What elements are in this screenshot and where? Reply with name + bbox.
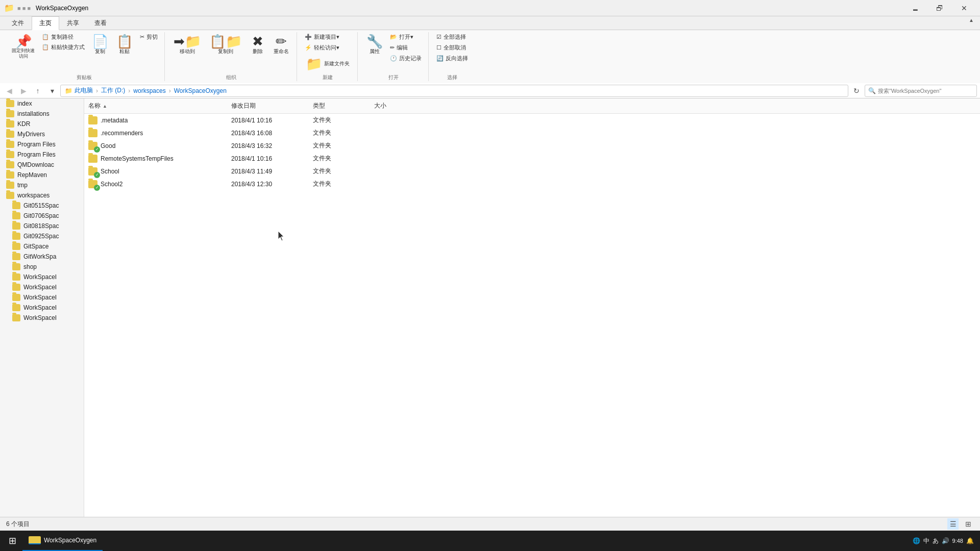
breadcrumb-drive[interactable]: 工作 (D:) — [101, 86, 125, 95]
folder-icon — [12, 202, 20, 209]
cut-icon: ✂ — [140, 34, 144, 40]
sidebar-item-git0515[interactable]: Git0515Spac — [0, 201, 84, 211]
sidebar-item-git0925[interactable]: Git0925Spac — [0, 231, 84, 241]
sidebar-item-workspace4[interactable]: WorkSpaceI — [0, 303, 84, 313]
properties-button[interactable]: 🔧 属性 — [363, 32, 386, 58]
refresh-button[interactable]: ↻ — [850, 85, 863, 97]
file-row-good[interactable]: Good 2018/4/3 16:32 文件夹 — [84, 139, 980, 152]
easy-access-button[interactable]: ⚡ 轻松访问▾ — [302, 43, 342, 53]
paste-icon: 📋 — [116, 35, 133, 48]
copy-path-button[interactable]: 📋 复制路径 — [39, 32, 87, 42]
paste-shortcut-button[interactable]: 📋 粘贴快捷方式 — [39, 42, 87, 52]
invert-select-button[interactable]: 🔄 反向选择 — [434, 54, 471, 63]
sidebar-item-programfiles2[interactable]: Program Files — [0, 149, 84, 160]
copy-button[interactable]: 📄 复制 — [88, 32, 112, 58]
sidebar-label-index: index — [17, 100, 32, 107]
forward-button[interactable]: ▶ — [17, 85, 30, 97]
tab-file[interactable]: 文件 — [4, 16, 32, 30]
restore-button[interactable]: 🗗 — [928, 0, 951, 16]
file-size-school2 — [370, 183, 421, 185]
ribbon-collapse[interactable]: ▲ — [967, 16, 976, 30]
tab-home[interactable]: 主页 — [32, 16, 59, 30]
history-button[interactable]: 🕐 历史记录 — [387, 54, 424, 63]
file-row-recommenders[interactable]: .recommenders 2018/4/3 16:08 文件夹 — [84, 127, 980, 139]
pin-quick-access-button[interactable]: 📌 固定到快速访问 — [8, 32, 38, 62]
address-bar[interactable]: 📁 此电脑 › 工作 (D:) › workspaces › WorkSpace… — [60, 85, 848, 97]
up-button[interactable]: ↑ — [32, 85, 44, 97]
folder-icon — [12, 222, 20, 230]
file-row-remotesystems[interactable]: RemoteSystemsTempFiles 2018/4/1 10:16 文件… — [84, 152, 980, 165]
sidebar-item-tmp[interactable]: tmp — [0, 180, 84, 190]
sidebar: index installations KDR MyDrivers Progra… — [0, 98, 84, 517]
taskbar-right: 🌐 中 あ 🔊 9:48 🔔 — [909, 537, 978, 545]
sidebar-item-workspace5[interactable]: WorkSpaceI — [0, 313, 84, 323]
sidebar-item-repmaven[interactable]: RepMaven — [0, 170, 84, 180]
sidebar-item-workspace3[interactable]: WorkSpaceI — [0, 292, 84, 303]
open-button[interactable]: 📂 打开▾ — [387, 32, 424, 42]
new-folder-button[interactable]: 📁 新建文件夹 — [302, 55, 353, 73]
tab-share[interactable]: 共享 — [59, 16, 87, 30]
detail-view-button[interactable]: ☰ — [947, 518, 959, 530]
sidebar-item-index[interactable]: index — [0, 98, 84, 109]
header-size[interactable]: 大小 — [370, 101, 421, 111]
paste-button[interactable]: 📋 粘贴 — [113, 32, 136, 58]
cut-button[interactable]: ✂ 剪切 — [137, 32, 160, 42]
file-row-school[interactable]: School 2018/4/3 11:49 文件夹 — [84, 165, 980, 178]
edit-button[interactable]: ✏ 编辑 — [387, 43, 424, 53]
sidebar-item-workspace2[interactable]: WorkSpaceI — [0, 282, 84, 292]
tab-view[interactable]: 查看 — [87, 16, 114, 30]
title-bar: 📁 ■ ■ ■ WorkSpaceOxygen 🗕 🗗 ✕ — [0, 0, 980, 16]
dropdown-button[interactable]: ▾ — [46, 85, 58, 97]
new-item-button[interactable]: ➕ 新建项目▾ — [302, 32, 342, 42]
sidebar-item-qmdownload[interactable]: QMDownloac — [0, 160, 84, 170]
minimize-button[interactable]: 🗕 — [903, 0, 927, 16]
sidebar-label-programfiles1: Program Files — [17, 141, 56, 148]
delete-button[interactable]: ✖ 删除 — [247, 32, 269, 58]
taskbar-notification-icon[interactable]: 🔔 — [966, 537, 974, 544]
deselect-all-button[interactable]: ☐ 全部取消 — [434, 43, 469, 53]
folder-icon — [6, 120, 14, 128]
search-input[interactable] — [878, 88, 973, 94]
sidebar-label-git0515: Git0515Spac — [23, 202, 59, 209]
sidebar-item-gitworkspace[interactable]: GitWorkSpa — [0, 252, 84, 262]
file-row-school2[interactable]: School2 2018/4/3 12:30 文件夹 — [84, 178, 980, 190]
back-button[interactable]: ◀ — [3, 85, 15, 97]
new-folder-icon: 📁 — [306, 57, 322, 70]
start-button[interactable]: ⊞ — [2, 531, 22, 551]
header-type[interactable]: 类型 — [309, 101, 370, 111]
sidebar-item-git0818[interactable]: Git0818Spac — [0, 221, 84, 231]
large-icon-view-button[interactable]: ⊞ — [963, 518, 974, 530]
taskbar: ⊞ WorkSpaceOxygen 🌐 中 あ 🔊 9:48 🔔 — [0, 531, 980, 551]
sidebar-item-gitspace[interactable]: GitSpace — [0, 241, 84, 252]
folder-icon — [12, 243, 20, 250]
breadcrumb-workspaces[interactable]: workspaces — [133, 87, 165, 94]
sidebar-item-programfiles1[interactable]: Program Files — [0, 139, 84, 149]
copy-to-button[interactable]: 📋📁 复制到 — [206, 32, 246, 58]
file-row-metadata[interactable]: .metadata 2018/4/1 10:16 文件夹 — [84, 114, 980, 127]
taskbar-volume-icon: 🔊 — [942, 537, 949, 544]
select-all-button[interactable]: ☑ 全部选择 — [434, 32, 469, 42]
history-label: 历史记录 — [399, 55, 422, 62]
sidebar-item-kdr[interactable]: KDR — [0, 119, 84, 129]
breadcrumb-pc[interactable]: 此电脑 — [75, 86, 93, 95]
sidebar-item-git0706[interactable]: Git0706Spac — [0, 211, 84, 221]
sidebar-item-workspace1[interactable]: WorkSpaceI — [0, 272, 84, 282]
taskbar-time: 9:48 — [952, 538, 963, 544]
move-to-button[interactable]: ➡📁 移动到 — [170, 32, 205, 58]
sidebar-item-mydrivers[interactable]: MyDrivers — [0, 129, 84, 139]
rename-button[interactable]: ✏ 重命名 — [270, 32, 292, 58]
ribbon-group-select: ☑ 全部选择 ☐ 全部取消 🔄 反向选择 选择 — [430, 32, 475, 81]
sidebar-item-workspaces[interactable]: workspaces — [0, 190, 84, 201]
breadcrumb-current[interactable]: WorkSpaceOxygen — [174, 87, 227, 94]
header-date[interactable]: 修改日期 — [227, 101, 309, 111]
sidebar-item-shop[interactable]: shop — [0, 262, 84, 272]
sidebar-item-installations[interactable]: installations — [0, 109, 84, 119]
search-bar: 🔍 — [865, 85, 977, 97]
header-name[interactable]: 名称 ▲ — [84, 101, 227, 111]
close-button[interactable]: ✕ — [952, 0, 976, 16]
taskbar-explorer-item[interactable]: WorkSpaceOxygen — [22, 531, 103, 551]
clipboard-stack: 📋 复制路径 📋 粘贴快捷方式 — [39, 32, 87, 52]
taskbar-clock[interactable]: 9:48 — [952, 538, 963, 544]
taskbar-network-icon: 🌐 — [913, 537, 920, 544]
folder-icon — [6, 192, 14, 199]
